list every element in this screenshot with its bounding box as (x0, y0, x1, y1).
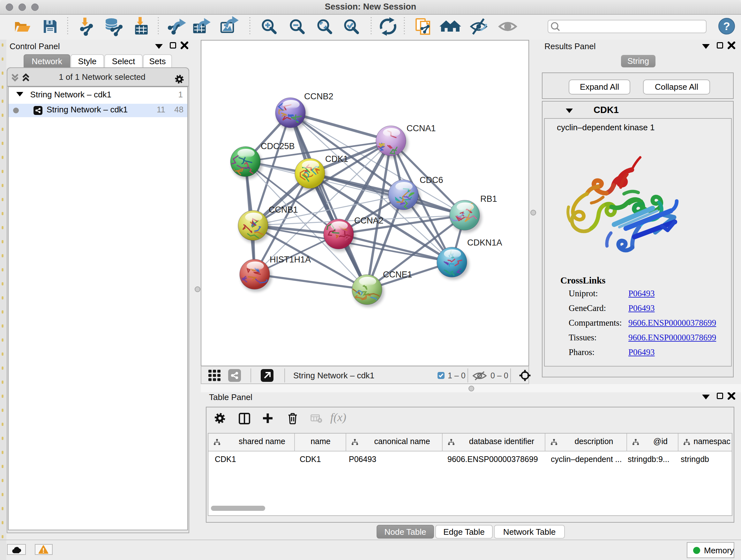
svg-text:?: ? (723, 20, 730, 32)
svg-text:CCNB2: CCNB2 (304, 91, 333, 101)
svg-text:CCNE1: CCNE1 (383, 270, 412, 279)
svg-text:CDKN1A: CDKN1A (467, 238, 502, 247)
svg-text:CCNB1: CCNB1 (269, 205, 298, 214)
svg-text:CDC6: CDC6 (420, 175, 443, 185)
svg-text:RB1: RB1 (480, 194, 497, 204)
svg-text:CCNA1: CCNA1 (407, 124, 436, 133)
svg-text:CDK1: CDK1 (325, 154, 348, 164)
svg-text:CCNA2: CCNA2 (354, 216, 384, 226)
svg-text:HIST1H1A: HIST1H1A (270, 255, 311, 264)
svg-text:CDC25B: CDC25B (261, 141, 295, 151)
